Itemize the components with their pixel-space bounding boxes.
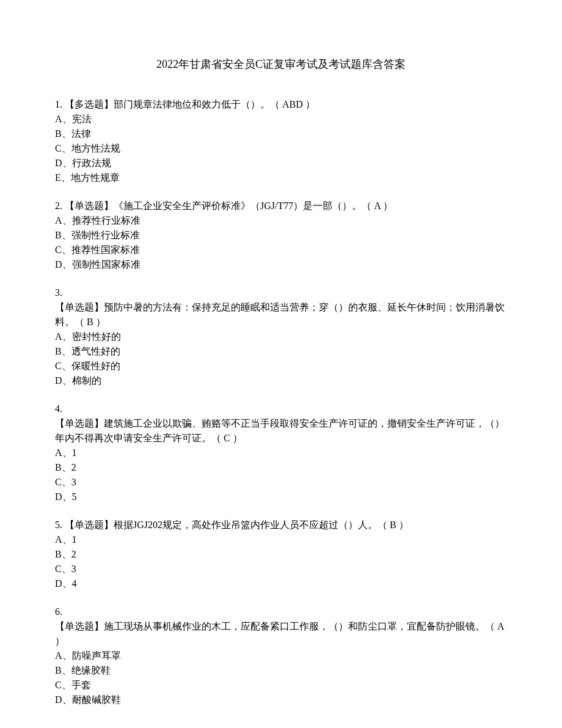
option-a: A、1 (55, 446, 507, 460)
question-5: 5. 【单选题】根据JGJ202规定，高处作业吊篮内作业人员不应超过（）人。（ … (55, 518, 507, 591)
option-b: B、法律 (55, 127, 507, 141)
question-4: 4. 【单选题】建筑施工企业以欺骗、贿赂等不正当手段取得安全生产许可证的，撤销安… (55, 402, 507, 504)
option-c: C、保暖性好的 (55, 359, 507, 373)
question-1: 1. 【多选题】部门规章法律地位和效力低于（）。（ ABD ） A、宪法 B、法… (55, 97, 507, 185)
question-text: 【单选题】施工现场从事机械作业的木工，应配备紧口工作服，（）和防尘口罩，宜配备防… (55, 619, 507, 649)
option-c: C、地方性法规 (55, 141, 507, 156)
option-a: A、防噪声耳罩 (55, 649, 507, 663)
option-b: B、强制性行业标准 (55, 228, 507, 243)
question-text: 【单选题】建筑施工企业以欺骗、贿赂等不正当手段取得安全生产许可证的，撤销安全生产… (55, 416, 507, 446)
question-2: 2. 【单选题】《施工企业安全生产评价标准》（JGJ/T77）是一部（）。（ A… (55, 199, 507, 272)
option-a: A、密封性好的 (55, 329, 507, 344)
option-c: C、手套 (55, 678, 507, 693)
option-b: B、2 (55, 547, 507, 562)
question-num: 4. (55, 402, 507, 416)
option-b: B、绝缘胶鞋 (55, 663, 507, 678)
question-num: 3. (55, 285, 507, 300)
question-3: 3. 【单选题】预防中暑的方法有：保持充足的睡眠和适当营养；穿（）的衣服、延长午… (55, 285, 507, 388)
option-d: D、强制性国家标准 (55, 257, 507, 272)
option-c: C、推荐性国家标准 (55, 243, 507, 257)
option-a: A、推荐性行业标准 (55, 213, 507, 228)
option-d: D、4 (55, 576, 507, 591)
option-d: D、5 (55, 490, 507, 504)
option-d: D、耐酸碱胶鞋 (55, 693, 507, 707)
option-d: D、行政法规 (55, 156, 507, 171)
question-text: 【单选题】预防中暑的方法有：保持充足的睡眠和适当营养；穿（）的衣服、延长午休时间… (55, 300, 507, 329)
question-6: 6. 【单选题】施工现场从事机械作业的木工，应配备紧口工作服，（）和防尘口罩，宜… (55, 605, 507, 707)
option-e: E、地方性规章 (55, 171, 507, 185)
option-d: D、棉制的 (55, 373, 507, 388)
option-b: B、2 (55, 460, 507, 475)
option-c: C、3 (55, 562, 507, 576)
question-text: 2. 【单选题】《施工企业安全生产评价标准》（JGJ/T77）是一部（）。（ A… (55, 199, 507, 213)
question-num: 6. (55, 605, 507, 619)
question-text: 1. 【多选题】部门规章法律地位和效力低于（）。（ ABD ） (55, 97, 507, 112)
document-title: 2022年甘肃省安全员C证复审考试及考试题库含答案 (55, 56, 507, 73)
option-c: C、3 (55, 475, 507, 490)
option-a: A、1 (55, 532, 507, 547)
option-a: A、宪法 (55, 112, 507, 127)
option-b: B、透气性好的 (55, 344, 507, 359)
question-text: 5. 【单选题】根据JGJ202规定，高处作业吊篮内作业人员不应超过（）人。（ … (55, 518, 507, 532)
